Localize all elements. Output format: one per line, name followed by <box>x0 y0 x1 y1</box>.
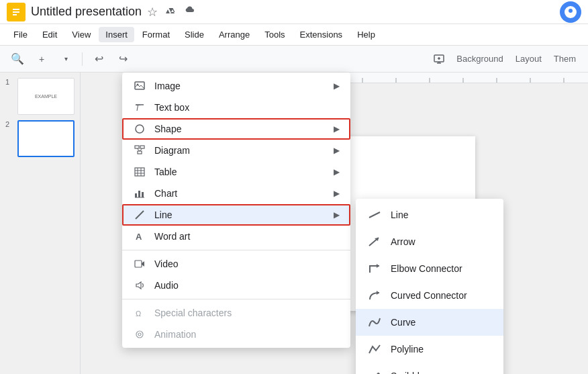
title-bar: Untitled presentation ☆ <box>0 0 588 24</box>
menu-arrow-shape: ▶ <box>334 124 340 134</box>
account-icon[interactable] <box>560 1 581 23</box>
slide-number-2: 2 <box>5 120 13 128</box>
search-button[interactable]: 🔍 <box>7 48 28 70</box>
sub-curved-connector-icon <box>366 287 383 303</box>
svg-text:A: A <box>136 232 142 242</box>
submenu-arrow[interactable]: Arrow <box>356 228 503 255</box>
menu-entry-table[interactable]: Table ▶ <box>122 161 350 183</box>
menu-arrange[interactable]: Arrange <box>212 27 256 42</box>
menu-entry-shape[interactable]: Shape ▶ <box>122 118 350 140</box>
submenu-elbow[interactable]: Elbow Connector <box>356 255 503 282</box>
chart-icon <box>133 187 146 200</box>
menu-entry-video[interactable]: Video <box>122 253 350 275</box>
menu-entry-line[interactable]: Line ▶ <box>122 204 350 226</box>
menu-arrow-chart: ▶ <box>334 189 340 198</box>
sub-elbow-icon <box>366 261 383 277</box>
menu-arrow-line: ▶ <box>334 210 340 220</box>
svg-rect-29 <box>135 146 139 148</box>
menu-divider-2 <box>122 299 350 299</box>
title-icons: ☆ <box>147 4 195 19</box>
svg-rect-3 <box>13 14 17 15</box>
undo-button[interactable]: ↩ <box>88 48 109 70</box>
menu-entry-audio[interactable]: Audio <box>122 275 350 296</box>
menu-entry-wordart[interactable]: A Word art <box>122 226 350 247</box>
slide-panel: 1 EXAMPLE 2 <box>0 73 81 374</box>
image-icon <box>133 79 146 93</box>
svg-rect-31 <box>138 151 142 154</box>
slide-item-2[interactable]: 2 <box>5 120 75 157</box>
slide-item-1[interactable]: 1 EXAMPLE <box>5 78 75 115</box>
background-button[interactable]: Background <box>451 48 508 70</box>
add-button[interactable]: + <box>31 48 52 70</box>
svg-rect-2 <box>13 11 19 13</box>
menu-tools[interactable]: Tools <box>258 27 291 42</box>
add-dropdown[interactable]: ▾ <box>55 48 77 70</box>
sub-curve-icon <box>366 314 383 330</box>
menu-label-wordart: Word art <box>154 231 340 242</box>
menu-arrow-image: ▶ <box>334 81 340 91</box>
svg-rect-45 <box>135 261 142 267</box>
menu-label-animation: Animation <box>154 329 340 340</box>
menu-format[interactable]: Format <box>136 27 177 42</box>
table-icon <box>133 165 146 179</box>
slide-number-1: 1 <box>5 78 13 86</box>
svg-marker-52 <box>377 264 379 268</box>
menu-label-shape: Shape <box>154 124 326 134</box>
slide-thumb-1[interactable]: EXAMPLE <box>17 78 75 115</box>
line-menu-icon <box>133 208 146 222</box>
submenu-line[interactable]: Line <box>356 201 503 228</box>
menu-view[interactable]: View <box>65 27 97 42</box>
sub-line-icon <box>366 207 383 223</box>
svg-rect-39 <box>135 193 137 197</box>
theme-button[interactable]: Them <box>548 48 581 70</box>
sub-polyline-label: Polyline <box>391 344 424 355</box>
slide-thumb-2[interactable] <box>17 120 75 157</box>
video-icon <box>133 257 146 271</box>
submenu-polyline[interactable]: Polyline <box>356 336 503 363</box>
menu-entry-chart[interactable]: Chart ▶ <box>122 183 350 204</box>
menu-insert[interactable]: Insert <box>99 27 134 42</box>
layout-button[interactable]: Layout <box>510 48 547 70</box>
presentation-title: Untitled presentation <box>31 5 142 19</box>
menu-label-audio: Audio <box>154 280 340 291</box>
star-icon[interactable]: ☆ <box>147 5 158 19</box>
menu-help[interactable]: Help <box>350 27 382 42</box>
submenu-curve[interactable]: Curve <box>356 309 503 336</box>
audio-icon <box>133 279 146 292</box>
sub-arrow-icon <box>366 234 383 250</box>
menu-entry-image[interactable]: Image ▶ <box>122 75 350 97</box>
line-submenu[interactable]: Line Arrow Elbow Connector Curved Connec… <box>356 199 503 374</box>
cloud-icon[interactable] <box>183 4 195 19</box>
redo-button[interactable]: ↪ <box>112 48 134 70</box>
sub-curved-connector-label: Curved Connector <box>391 290 467 301</box>
menu-label-line: Line <box>154 209 326 220</box>
menu-file[interactable]: File <box>7 27 34 42</box>
svg-line-33 <box>140 148 142 151</box>
app-icon <box>7 3 26 21</box>
menu-divider-1 <box>122 250 350 250</box>
diagram-icon <box>133 144 146 157</box>
menu-slide[interactable]: Slide <box>178 27 211 42</box>
special-icon: Ω <box>133 306 146 320</box>
sub-polyline-icon <box>366 341 383 357</box>
toolbar: 🔍 + ▾ ↩ ↪ Background Layout Them <box>0 46 588 73</box>
animation-icon <box>133 328 146 341</box>
add-slide-button[interactable] <box>428 48 450 70</box>
svg-marker-53 <box>377 291 379 295</box>
sub-curve-label: Curve <box>391 317 415 328</box>
menu-entry-textbox[interactable]: T Text box <box>122 97 350 118</box>
menu-edit[interactable]: Edit <box>36 27 64 42</box>
sub-scribble-label: Scribble <box>391 371 425 374</box>
menu-entry-animation[interactable]: Animation <box>122 324 350 345</box>
sub-arrow-label: Arrow <box>391 236 415 247</box>
menu-label-special: Special characters <box>154 308 340 318</box>
submenu-scribble[interactable]: Scribble <box>356 363 503 374</box>
insert-menu[interactable]: Image ▶ T Text box Shape ▶ Diagram ▶ <box>122 73 350 348</box>
drive-icon[interactable] <box>164 4 177 19</box>
submenu-curved-connector[interactable]: Curved Connector <box>356 282 503 309</box>
menu-entry-diagram[interactable]: Diagram ▶ <box>122 140 350 161</box>
svg-rect-41 <box>142 192 144 197</box>
menu-extensions[interactable]: Extensions <box>293 27 350 42</box>
menu-entry-special[interactable]: Ω Special characters <box>122 302 350 324</box>
svg-line-32 <box>137 148 140 151</box>
